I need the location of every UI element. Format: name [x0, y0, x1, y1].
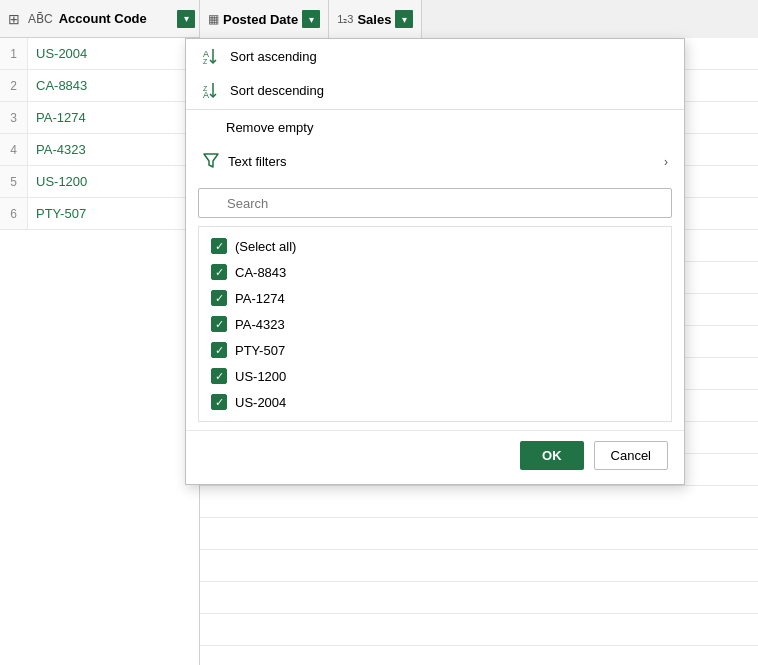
checkbox-label: PA-1274: [235, 291, 285, 306]
chevron-right-icon: ›: [664, 155, 668, 169]
table-row: 3 PA-1274: [0, 102, 199, 134]
checkbox-ca-8843[interactable]: ✓ CA-8843: [199, 259, 671, 285]
cancel-button[interactable]: Cancel: [594, 441, 668, 470]
row-number: 1: [0, 38, 28, 69]
checkbox-label: (Select all): [235, 239, 296, 254]
table-area: ⊞ AB̄C Account Code ▾ 1 US-2004 2 CA-884…: [0, 0, 200, 665]
row-number: 6: [0, 198, 28, 229]
filter-dropdown-panel: A Z Sort ascending Z A Sort descending R…: [185, 38, 685, 485]
sort-descending-label: Sort descending: [230, 83, 324, 98]
checkbox-us-1200[interactable]: ✓ US-1200: [199, 363, 671, 389]
checkbox-label: US-2004: [235, 395, 286, 410]
checkbox-pa-1274[interactable]: ✓ PA-1274: [199, 285, 671, 311]
grid-icon: ⊞: [4, 9, 24, 29]
checkbox-pty-507[interactable]: ✓ PTY-507: [199, 337, 671, 363]
remove-empty-item[interactable]: Remove empty: [186, 112, 684, 143]
checkbox-label: CA-8843: [235, 265, 286, 280]
sales-dropdown-btn[interactable]: ▾: [395, 10, 413, 28]
table-row: 6 PTY-507: [0, 198, 199, 230]
posted-date-header: ▦ Posted Date ▾: [200, 0, 329, 38]
checkbox-checked-icon: ✓: [211, 316, 227, 332]
posted-date-dropdown-btn[interactable]: ▾: [302, 10, 320, 28]
row-number: 2: [0, 70, 28, 101]
checkbox-label: PA-4323: [235, 317, 285, 332]
filter-icon: [202, 151, 220, 172]
table-row: 4 PA-4323: [0, 134, 199, 166]
row-number: 3: [0, 102, 28, 133]
checkbox-checked-icon: ✓: [211, 342, 227, 358]
row-value: PA-1274: [28, 110, 86, 125]
row-value: PTY-507: [28, 206, 86, 221]
panel-footer: OK Cancel: [186, 430, 684, 484]
row-value: US-1200: [28, 174, 87, 189]
checkbox-checked-icon: ✓: [211, 394, 227, 410]
checkbox-checked-icon: ✓: [211, 290, 227, 306]
row-value: CA-8843: [28, 78, 87, 93]
checkbox-checked-icon: ✓: [211, 238, 227, 254]
remove-empty-label: Remove empty: [226, 120, 313, 135]
checkbox-checked-icon: ✓: [211, 264, 227, 280]
checkbox-label: US-1200: [235, 369, 286, 384]
table-row: 2 CA-8843: [0, 70, 199, 102]
ok-button[interactable]: OK: [520, 441, 584, 470]
account-code-dropdown-btn[interactable]: ▾: [177, 10, 195, 28]
search-wrap: 🔍: [186, 180, 684, 226]
row-number: 4: [0, 134, 28, 165]
sales-header: 1₂3 Sales ▾: [329, 0, 422, 38]
row-number: 5: [0, 166, 28, 197]
account-code-title: Account Code: [59, 11, 173, 26]
svg-text:Z: Z: [203, 58, 208, 65]
search-input[interactable]: [198, 188, 672, 218]
calendar-icon: ▦: [208, 12, 219, 26]
checkbox-us-2004[interactable]: ✓ US-2004: [199, 389, 671, 415]
other-headers: ▦ Posted Date ▾ 1₂3 Sales ▾: [200, 0, 422, 38]
checkbox-list: ✓ (Select all) ✓ CA-8843 ✓ PA-1274 ✓ PA-…: [198, 226, 672, 422]
table-row: 5 US-1200: [0, 166, 199, 198]
row-value: PA-4323: [28, 142, 86, 157]
text-filters-label: Text filters: [228, 154, 287, 169]
checkbox-label: PTY-507: [235, 343, 285, 358]
sort-ascending-item[interactable]: A Z Sort ascending: [186, 39, 684, 73]
checkbox-select-all[interactable]: ✓ (Select all): [199, 233, 671, 259]
sort-ascending-label: Sort ascending: [230, 49, 317, 64]
sort-descending-icon: Z A: [202, 81, 222, 99]
row-value: US-2004: [28, 46, 87, 61]
search-container: 🔍: [198, 188, 672, 218]
svg-text:A: A: [203, 90, 209, 99]
checkbox-checked-icon: ✓: [211, 368, 227, 384]
table-row: 1 US-2004: [0, 38, 199, 70]
sort-ascending-icon: A Z: [202, 47, 222, 65]
divider-1: [186, 109, 684, 110]
text-type-icon: AB̄C: [28, 12, 53, 26]
number-icon: 1₂3: [337, 13, 353, 26]
posted-date-title: Posted Date: [223, 12, 298, 27]
account-code-header: ⊞ AB̄C Account Code ▾: [0, 0, 199, 38]
text-filters-item[interactable]: Text filters ›: [186, 143, 684, 180]
sort-descending-item[interactable]: Z A Sort descending: [186, 73, 684, 107]
sales-title: Sales: [357, 12, 391, 27]
checkbox-pa-4323[interactable]: ✓ PA-4323: [199, 311, 671, 337]
svg-marker-6: [204, 154, 218, 167]
